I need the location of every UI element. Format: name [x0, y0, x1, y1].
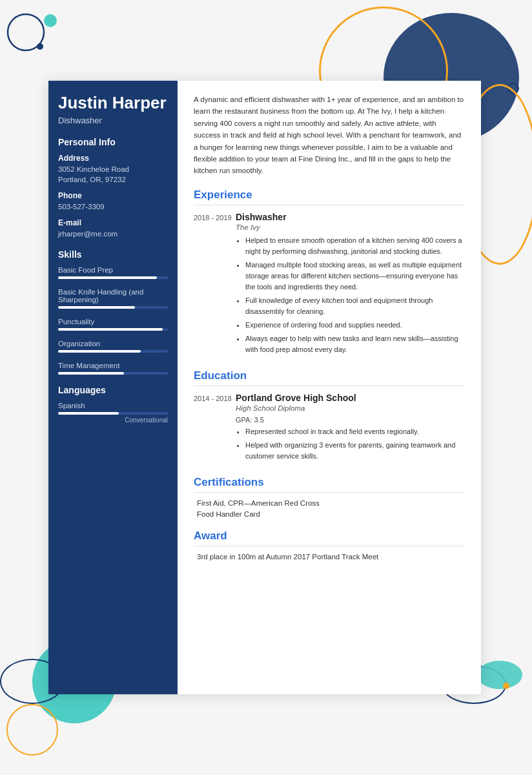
experience-heading: Experience [194, 189, 465, 205]
education-entry: 2014 - 2018 Portland Grove High School H… [194, 393, 465, 464]
summary-text: A dynamic and efficient dishwasher with … [194, 94, 465, 177]
skill-bar-fill [58, 372, 124, 375]
education-heading: Education [194, 369, 465, 386]
bullet-item: Helped to ensure smooth operation of a k… [245, 235, 465, 257]
skill-bar-bg [58, 328, 168, 331]
experience-entry: 2018 - 2019 Dishwasher The Ivy Helped to… [194, 212, 465, 358]
skills-list: Basic Food Prep Basic Knife Handling (an… [58, 266, 168, 375]
skill-bar-fill [58, 306, 135, 309]
address-label: Address [58, 154, 168, 163]
phone-label: Phone [58, 191, 168, 200]
skill-item: Time Management [58, 362, 168, 375]
address-line1: 3052 Kincheloe Road [58, 164, 168, 174]
skill-name: Organization [58, 340, 168, 347]
skill-item: Organization [58, 340, 168, 353]
bullet-list: Represented school in track and field ev… [236, 426, 465, 462]
deco-bottom-right-blob [474, 652, 526, 691]
deco-top-left [6, 6, 58, 58]
skill-bar-fill [58, 276, 157, 279]
email-label: E-mail [58, 218, 168, 227]
skill-name: Basic Knife Handling (and Sharpening) [58, 288, 168, 304]
entry-body: Dishwasher The Ivy Helped to ensure smoo… [236, 212, 465, 358]
address-line2: Portland, OR, 97232 [58, 174, 168, 185]
entry-date: 2014 - 2018 [194, 393, 236, 464]
education-list: 2014 - 2018 Portland Grove High School H… [194, 393, 465, 464]
language-bar-fill [58, 412, 119, 415]
skill-name: Basic Food Prep [58, 266, 168, 274]
cert-item: Food Handler Card [194, 510, 465, 518]
awards-list: 3rd place in 100m at Autumn 2017 Portlan… [194, 553, 465, 561]
skill-item: Basic Food Prep [58, 266, 168, 279]
skill-bar-bg [58, 372, 168, 375]
experience-section: Experience 2018 - 2019 Dishwasher The Iv… [194, 189, 465, 358]
skill-item: Punctuality [58, 318, 168, 331]
entry-body: Portland Grove High School High School D… [236, 393, 465, 464]
bullet-item: Helped with organizing 3 events for pare… [245, 440, 465, 462]
language-level: Conversational [58, 417, 168, 424]
entry-title: Dishwasher [236, 212, 465, 222]
candidate-title: Dishwasher [58, 116, 168, 125]
award-heading: Award [194, 530, 465, 546]
entry-gpa: GPA: 3.5 [236, 416, 465, 424]
skill-bar-bg [58, 306, 168, 309]
languages-list: Spanish Conversational [58, 402, 168, 424]
skill-bar-fill [58, 328, 163, 331]
entry-title: Portland Grove High School [236, 393, 465, 403]
personal-info-heading: Personal Info [58, 137, 168, 147]
resume-wrapper: Justin Harper Dishwasher Personal Info A… [48, 81, 481, 694]
skill-bar-fill [58, 350, 141, 353]
award-section: Award 3rd place in 100m at Autumn 2017 P… [194, 530, 465, 561]
language-bar-bg [58, 412, 168, 415]
svg-point-1 [44, 14, 57, 27]
certifications-heading: Certifications [194, 476, 465, 493]
entry-date: 2018 - 2019 [194, 212, 236, 358]
skills-heading: Skills [58, 249, 168, 260]
phone-value: 503-527-3309 [58, 202, 168, 212]
language-name: Spanish [58, 402, 168, 409]
bullet-item: Experience of ordering food and supplies… [245, 320, 465, 331]
bullet-item: Represented school in track and field ev… [245, 426, 465, 437]
cert-item: First Aid, CPR—American Red Cross [194, 499, 465, 507]
svg-point-4 [503, 683, 509, 689]
bullet-item: Always eager to help with new tasks and … [245, 333, 465, 355]
bullet-item: Full knowledge of every kitchen tool and… [245, 295, 465, 317]
certifications-list: First Aid, CPR—American Red CrossFood Ha… [194, 499, 465, 518]
award-item: 3rd place in 100m at Autumn 2017 Portlan… [194, 553, 465, 561]
bullet-list: Helped to ensure smooth operation of a k… [236, 235, 465, 355]
sidebar: Justin Harper Dishwasher Personal Info A… [48, 81, 178, 694]
main-content: A dynamic and efficient dishwasher with … [178, 81, 481, 694]
education-section: Education 2014 - 2018 Portland Grove Hig… [194, 369, 465, 464]
language-item: Spanish Conversational [58, 402, 168, 424]
experience-list: 2018 - 2019 Dishwasher The Ivy Helped to… [194, 212, 465, 358]
candidate-name: Justin Harper [58, 94, 168, 113]
entry-subtitle: High School Diploma [236, 404, 465, 412]
skill-item: Basic Knife Handling (and Sharpening) [58, 288, 168, 309]
entry-subtitle: The Ivy [236, 223, 465, 231]
skill-bar-bg [58, 276, 168, 279]
svg-point-3 [477, 661, 522, 689]
svg-point-2 [37, 43, 43, 50]
bullet-item: Managed multiple food stocking areas, as… [245, 260, 465, 293]
skill-bar-bg [58, 350, 168, 353]
skill-name: Punctuality [58, 318, 168, 326]
email-value: jrharper@me.com [58, 229, 168, 239]
languages-heading: Languages [58, 385, 168, 395]
skill-name: Time Management [58, 362, 168, 369]
deco-bottom-left-ring [6, 704, 58, 756]
certifications-section: Certifications First Aid, CPR—American R… [194, 476, 465, 518]
